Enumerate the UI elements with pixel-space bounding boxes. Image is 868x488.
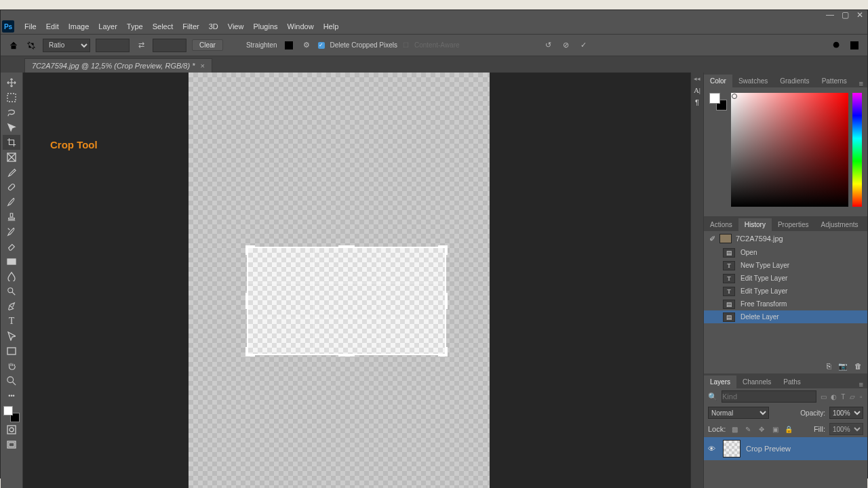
- history-item[interactable]: ▤Delete Layer: [704, 310, 867, 323]
- lock-transparency-icon[interactable]: ▩: [730, 426, 739, 433]
- blend-mode-select[interactable]: Normal: [708, 407, 769, 419]
- blur-tool[interactable]: [3, 269, 20, 284]
- history-brush-tool[interactable]: [3, 224, 20, 239]
- straighten-icon[interactable]: [229, 39, 241, 52]
- crop-height-input[interactable]: [153, 39, 186, 52]
- crop-handle[interactable]: [445, 245, 448, 255]
- reset-icon[interactable]: ↺: [542, 39, 554, 52]
- lock-all-icon[interactable]: 🔒: [784, 426, 793, 433]
- search-icon[interactable]: [831, 39, 843, 52]
- tab-actions[interactable]: Actions: [704, 218, 738, 231]
- filter-adjust-icon[interactable]: ◐: [831, 393, 837, 401]
- shape-tool[interactable]: [3, 344, 20, 359]
- gradient-tool[interactable]: [3, 254, 20, 269]
- tab-color[interactable]: Color: [704, 75, 732, 87]
- snapshot-icon[interactable]: 📷: [838, 362, 848, 371]
- gear-icon[interactable]: ⚙: [300, 39, 313, 52]
- filter-type-icon[interactable]: T: [841, 393, 846, 401]
- menu-3d[interactable]: 3D: [204, 22, 223, 30]
- panel-menu-icon[interactable]: ≡: [855, 79, 867, 87]
- menu-type[interactable]: Type: [122, 22, 148, 30]
- lasso-tool[interactable]: [3, 105, 20, 120]
- brush-tool[interactable]: [3, 195, 20, 209]
- crop-handle[interactable]: [445, 293, 448, 309]
- dodge-tool[interactable]: [3, 284, 20, 299]
- collapse-icon[interactable]: ◂◂: [694, 75, 701, 82]
- menu-file[interactable]: File: [20, 22, 41, 30]
- filter-shape-icon[interactable]: ▱: [850, 393, 855, 401]
- lock-pixels-icon[interactable]: ✎: [743, 426, 753, 433]
- crop-width-input[interactable]: [96, 39, 130, 52]
- hue-slider[interactable]: [852, 93, 862, 207]
- delete-cropped-checkbox[interactable]: ✓: [318, 42, 325, 49]
- menu-plugins[interactable]: Plugins: [248, 22, 282, 30]
- tab-adjustments[interactable]: Adjustments: [815, 218, 865, 231]
- screen-mode-button[interactable]: [3, 437, 20, 452]
- character-panel-icon[interactable]: A|: [694, 86, 701, 94]
- move-tool[interactable]: [3, 75, 20, 90]
- tab-properties[interactable]: Properties: [772, 218, 815, 231]
- menu-image[interactable]: Image: [64, 22, 94, 30]
- eraser-tool[interactable]: [3, 239, 20, 254]
- ratio-select[interactable]: Ratio: [43, 39, 90, 52]
- home-icon[interactable]: [7, 39, 20, 52]
- pen-tool[interactable]: [3, 299, 20, 314]
- tab-patterns[interactable]: Patterns: [816, 75, 853, 87]
- crop-handle[interactable]: [245, 245, 248, 255]
- tab-history[interactable]: History: [738, 218, 772, 231]
- lock-artboard-icon[interactable]: ▣: [770, 426, 780, 433]
- menu-select[interactable]: Select: [148, 22, 178, 30]
- history-item[interactable]: TNew Type Layer: [704, 259, 867, 272]
- new-doc-from-state-icon[interactable]: ⎘: [827, 362, 831, 371]
- history-item[interactable]: TEdit Type Layer: [704, 272, 867, 285]
- color-fgbg-swatch[interactable]: [709, 93, 727, 110]
- history-item[interactable]: ▤Free Transform: [704, 298, 867, 310]
- swap-icon[interactable]: ⇄: [135, 39, 147, 52]
- tab-swatches[interactable]: Swatches: [732, 75, 774, 87]
- color-field[interactable]: [731, 93, 848, 207]
- menu-edit[interactable]: Edit: [41, 22, 64, 30]
- crop-handle[interactable]: [245, 293, 248, 309]
- path-select-tool[interactable]: [3, 329, 20, 344]
- type-tool[interactable]: T: [3, 314, 20, 329]
- minimize-button[interactable]: —: [823, 10, 837, 20]
- tab-paths[interactable]: Paths: [777, 375, 807, 388]
- foreground-background-swatch[interactable]: [3, 406, 20, 422]
- history-item[interactable]: ▤Open: [704, 246, 867, 259]
- eyedropper-tool[interactable]: [3, 165, 20, 180]
- document-tab[interactable]: 7C2A7594.jpg @ 12,5% (Crop Preview, RGB/…: [24, 58, 212, 73]
- cancel-crop-icon[interactable]: ⊘: [559, 39, 572, 52]
- panel-menu-icon[interactable]: ≡: [855, 380, 867, 388]
- crop-handle[interactable]: [245, 347, 248, 357]
- lock-position-icon[interactable]: ✥: [757, 426, 766, 433]
- menu-window[interactable]: Window: [283, 22, 319, 30]
- filter-smart-icon[interactable]: ▫: [859, 393, 864, 401]
- marquee-tool[interactable]: [3, 90, 20, 105]
- menu-filter[interactable]: Filter: [178, 22, 203, 30]
- tab-channels[interactable]: Channels: [736, 375, 777, 388]
- hand-tool[interactable]: [3, 359, 20, 373]
- overlay-icon[interactable]: [283, 39, 295, 52]
- menu-help[interactable]: Help: [319, 22, 344, 30]
- crop-tool[interactable]: [3, 135, 20, 150]
- tab-gradients[interactable]: Gradients: [774, 75, 815, 87]
- layer-row[interactable]: 👁 Crop Preview: [704, 437, 867, 460]
- canvas-area[interactable]: Crop Tool: [23, 73, 690, 488]
- opacity-select[interactable]: 100%: [829, 407, 863, 419]
- panel-menu-icon[interactable]: ≡: [865, 223, 868, 231]
- healing-tool[interactable]: [3, 180, 20, 195]
- maximize-button[interactable]: ▢: [837, 10, 852, 20]
- tab-layers[interactable]: Layers: [704, 375, 736, 388]
- close-tab-icon[interactable]: ×: [200, 62, 204, 70]
- color-cursor[interactable]: [732, 94, 737, 99]
- layer-thumb[interactable]: [723, 440, 741, 458]
- search-icon[interactable]: 🔍: [708, 392, 717, 401]
- filter-pixel-icon[interactable]: ▭: [821, 393, 827, 401]
- crop-region[interactable]: [247, 247, 446, 355]
- delete-state-icon[interactable]: 🗑: [854, 362, 862, 371]
- frame-tool[interactable]: [3, 150, 20, 165]
- paragraph-panel-icon[interactable]: ¶: [695, 98, 699, 106]
- crop-handle[interactable]: [338, 354, 355, 357]
- crop-icon[interactable]: [25, 39, 37, 52]
- stamp-tool[interactable]: [3, 209, 20, 224]
